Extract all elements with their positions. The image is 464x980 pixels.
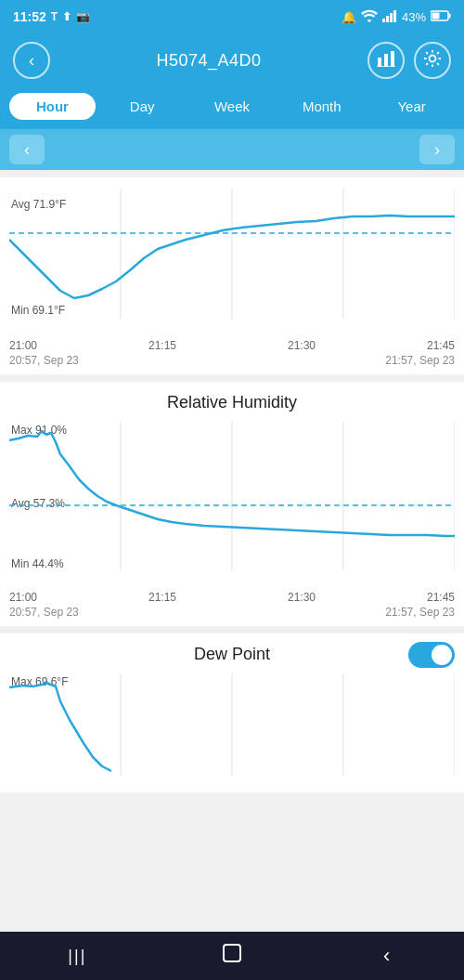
- nav-back-button[interactable]: ‹: [359, 937, 415, 974]
- temp-x-label-1: 21:15: [148, 339, 176, 352]
- alarm-icon: 🔔: [342, 10, 356, 24]
- svg-point-11: [430, 55, 436, 61]
- tab-hour[interactable]: Hour: [9, 93, 96, 120]
- signal-icon: [382, 9, 397, 25]
- tab-day[interactable]: Day: [99, 93, 186, 120]
- next-arrow-button[interactable]: ›: [419, 135, 455, 164]
- nav-home-button[interactable]: [204, 937, 260, 974]
- chart-icon: [377, 50, 395, 72]
- carrier-icon: T: [51, 10, 58, 23]
- humidity-x-label-1: 21:15: [148, 591, 176, 604]
- humidity-chart-svg: [9, 422, 455, 589]
- back-icon: ‹: [29, 51, 34, 71]
- tab-bar: Hour Day Week Month Year: [0, 87, 464, 129]
- dew-point-toggle[interactable]: [408, 642, 455, 668]
- temp-x-label-3: 21:45: [427, 339, 455, 352]
- nav-recents-button[interactable]: |||: [49, 937, 105, 974]
- time-display: 11:52: [13, 9, 46, 24]
- svg-rect-5: [449, 13, 451, 18]
- humidity-x-labels: 21:00 21:15 21:30 21:45: [9, 589, 455, 604]
- right-arrow-icon: ›: [434, 140, 440, 160]
- device-title: H5074_A4D0: [156, 51, 261, 71]
- bottom-nav: ||| ‹: [0, 932, 464, 980]
- dew-point-header: Dew Point: [9, 645, 455, 664]
- status-time: 11:52 T ⬆ 📷: [13, 9, 90, 24]
- humidity-chart-title: Relative Humidity: [9, 393, 455, 412]
- temp-x-labels: 21:00 21:15 21:30 21:45: [9, 337, 455, 352]
- upload-icon: ⬆: [62, 10, 71, 23]
- gear-icon: [423, 49, 442, 72]
- temp-date-right: 21:57, Sep 23: [385, 354, 455, 367]
- humidity-date-left: 20:57, Sep 23: [9, 606, 79, 619]
- dew-point-card: Dew Point Max 69.6°F: [0, 634, 464, 792]
- temperature-chart-card: Avg 71.9°F Min 69.1°F 21:00 21:15 21:30 …: [0, 177, 464, 374]
- svg-rect-26: [224, 945, 240, 961]
- status-right-icons: 🔔 43%: [342, 9, 451, 25]
- humidity-chart-area: Max 91.0% Avg 57.3% Min 44.4%: [9, 422, 455, 589]
- humidity-date-labels: 20:57, Sep 23 21:57, Sep 23: [9, 606, 455, 619]
- svg-rect-2: [390, 13, 393, 22]
- left-arrow-icon: ‹: [24, 140, 30, 160]
- home-icon: [221, 942, 243, 970]
- humidity-date-right: 21:57, Sep 23: [385, 606, 455, 619]
- humidity-x-label-2: 21:30: [288, 591, 316, 604]
- recents-icon: |||: [68, 947, 86, 966]
- chart-button[interactable]: [367, 42, 405, 79]
- dew-chart-svg: [9, 673, 455, 785]
- tab-year[interactable]: Year: [368, 93, 455, 120]
- dew-chart-area: Max 69.6°F: [9, 673, 455, 785]
- temp-x-label-0: 21:00: [9, 339, 37, 352]
- humidity-chart-card: Relative Humidity Max 91.0% Avg 57.3% Mi…: [0, 382, 464, 626]
- camera-icon: 📷: [76, 10, 90, 23]
- dew-point-title: Dew Point: [194, 645, 270, 664]
- svg-rect-7: [378, 58, 381, 67]
- battery-icon: [431, 10, 451, 24]
- temp-x-label-2: 21:30: [288, 339, 316, 352]
- status-bar: 11:52 T ⬆ 📷 🔔 43%: [0, 0, 464, 33]
- settings-button[interactable]: [414, 42, 451, 79]
- toggle-knob: [432, 645, 452, 665]
- svg-rect-8: [384, 54, 388, 67]
- tab-month[interactable]: Month: [278, 93, 365, 120]
- back-button[interactable]: ‹: [13, 42, 50, 79]
- temp-date-left: 20:57, Sep 23: [9, 354, 79, 367]
- navigation-arrow-row: ‹ ›: [0, 129, 464, 170]
- svg-rect-1: [386, 16, 389, 22]
- top-nav: ‹ H5074_A4D0: [0, 33, 464, 87]
- nav-right-buttons: [367, 42, 451, 79]
- svg-rect-9: [391, 51, 394, 67]
- back-nav-icon: ‹: [383, 944, 390, 968]
- temperature-chart-area: Avg 71.9°F Min 69.1°F: [9, 189, 455, 337]
- temp-date-labels: 20:57, Sep 23 21:57, Sep 23: [9, 354, 455, 367]
- svg-rect-3: [393, 10, 396, 22]
- wifi-icon: [361, 9, 378, 25]
- tab-week[interactable]: Week: [189, 93, 276, 120]
- temperature-chart-svg: [9, 189, 455, 337]
- svg-rect-6: [432, 12, 440, 19]
- battery-display: 43%: [402, 10, 426, 24]
- svg-rect-0: [382, 19, 385, 22]
- prev-arrow-button[interactable]: ‹: [9, 135, 45, 164]
- humidity-x-label-3: 21:45: [427, 591, 455, 604]
- humidity-x-label-0: 21:00: [9, 591, 37, 604]
